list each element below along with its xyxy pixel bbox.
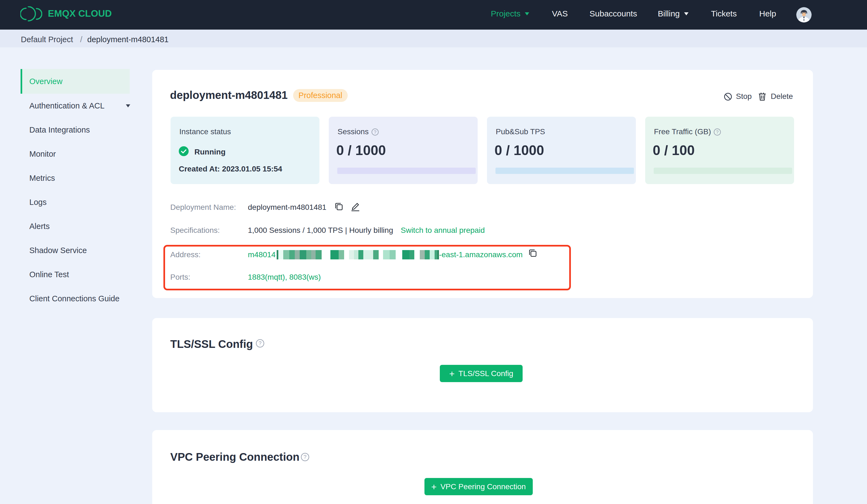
svg-text:?: ?: [303, 454, 307, 460]
svg-text:?: ?: [374, 130, 376, 135]
svg-text:?: ?: [716, 130, 718, 135]
svg-text:?: ?: [259, 340, 261, 346]
